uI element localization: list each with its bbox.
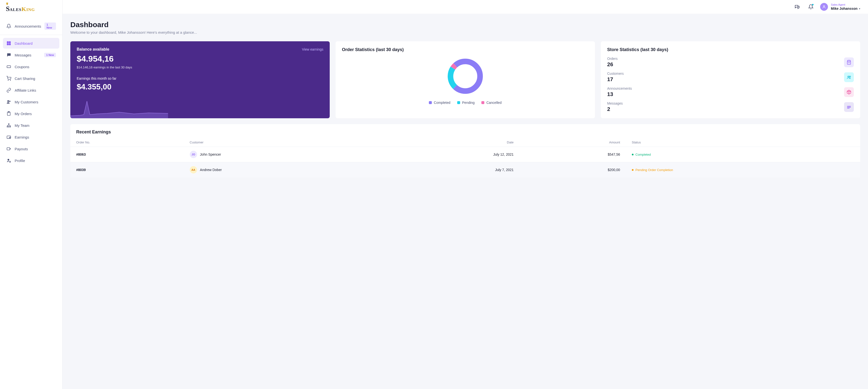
svg-point-5 — [10, 80, 11, 81]
chat-icon — [6, 53, 11, 57]
status-dot-icon — [632, 169, 633, 171]
sidebar-item-announcements[interactable]: Announcements 1 New — [3, 20, 59, 33]
lines-icon — [844, 102, 854, 112]
svg-point-18 — [823, 6, 825, 7]
svg-rect-1 — [9, 41, 11, 43]
sidebar-item-label: My Orders — [14, 112, 32, 116]
stat-row-customers: Customers 17 — [607, 71, 854, 83]
svg-rect-9 — [8, 112, 9, 112]
order-stats-title: Order Statistics (last 30 days) — [342, 47, 589, 52]
cell-order-no: #8063 — [70, 147, 184, 162]
stat-label: Messages — [607, 101, 623, 105]
sidebar-item-messages[interactable]: Messages 1 New — [3, 50, 59, 60]
page-subtitle: Welcome to your dashboard, Mike Johansso… — [70, 30, 860, 34]
order-stats-card: Order Statistics (last 30 days) Complete… — [336, 41, 595, 118]
store-stats-card: Store Statistics (last 30 days) Orders 2… — [601, 41, 860, 118]
sidebar-item-cart-sharing[interactable]: Cart Sharing — [3, 73, 59, 84]
payout-icon — [6, 146, 11, 151]
stat-value: 26 — [607, 61, 618, 68]
svg-point-7 — [9, 101, 10, 102]
col-amount: Amount — [520, 138, 626, 147]
box-icon — [844, 87, 854, 97]
cell-order-no: #8039 — [70, 162, 184, 178]
svg-point-6 — [7, 100, 9, 102]
earnings-month-label: Earnings this month so far — [77, 77, 323, 80]
wallet-icon — [6, 134, 11, 140]
sidebar-item-my-team[interactable]: My Team — [3, 120, 59, 131]
header: Sales Agent Mike Johansson ▾ — [63, 0, 868, 14]
svg-point-12 — [8, 126, 9, 127]
store-stats-title: Store Statistics (last 30 days) — [607, 47, 854, 52]
legend-completed: Completed — [429, 101, 451, 104]
legend-pending: Pending — [457, 101, 474, 104]
sidebar-item-my-customers[interactable]: My Customers — [3, 96, 59, 107]
sidebar-item-dashboard[interactable]: Dashboard — [3, 38, 59, 49]
avatar — [820, 3, 828, 11]
table-row[interactable]: #8063 JOJohn Spencer July 12, 2021 $547,… — [70, 147, 860, 162]
customer-avatar: AA — [190, 166, 197, 174]
cell-amount: $547,56 — [520, 147, 626, 162]
col-status: Status — [626, 138, 860, 147]
recent-earnings-table: Order No. Customer Date Amount Status #8… — [70, 138, 860, 177]
people-icon — [844, 72, 854, 82]
user-menu[interactable]: Sales Agent Mike Johansson ▾ — [820, 3, 860, 11]
user-role: Sales Agent — [831, 3, 860, 6]
svg-point-10 — [8, 124, 9, 124]
sidebar-item-label: Coupons — [14, 65, 29, 69]
user-info: Sales Agent Mike Johansson ▾ — [831, 3, 860, 11]
sidebar-item-coupons[interactable]: Coupons — [3, 61, 59, 72]
sidebar-item-label: Cart Sharing — [14, 77, 35, 81]
nav: Announcements 1 New Dashboard Messages 1… — [0, 18, 62, 169]
stat-value: 17 — [607, 76, 624, 83]
sidebar-item-label: Announcements — [14, 24, 41, 28]
svg-point-22 — [848, 76, 849, 77]
customer-avatar: JO — [190, 151, 197, 158]
stat-row-messages: Messages 2 — [607, 101, 854, 112]
table-row[interactable]: #8039 AAAndrew Dober July 7, 2021 $200,0… — [70, 162, 860, 178]
logo-s: S — [6, 5, 10, 13]
nav-divider — [0, 35, 62, 35]
stat-row-announcements: Announcements 13 — [607, 87, 854, 97]
bag-icon — [844, 57, 854, 67]
sidebar-item-badge: 1 New — [44, 23, 56, 30]
sidebar-item-label: Payouts — [14, 147, 28, 151]
col-date: Date — [378, 138, 520, 147]
user-name: Mike Johansson — [831, 6, 858, 11]
status-text: Completed — [636, 153, 651, 156]
earnings-month-amount: $4.355,00 — [77, 82, 323, 91]
svg-point-17 — [9, 161, 11, 162]
stat-value: 13 — [607, 91, 632, 97]
chevron-down-icon: ▾ — [859, 7, 860, 10]
chat-bubble-icon[interactable] — [793, 2, 802, 11]
svg-point-16 — [7, 159, 9, 160]
users-icon — [6, 99, 11, 104]
sidebar-item-affiliate-links[interactable]: Affiliate Links — [3, 85, 59, 95]
logo-ales: ales — [10, 6, 22, 12]
recent-earnings-card: Recent Earnings Order No. Customer Date … — [70, 124, 860, 177]
balance-label: Balance available — [77, 47, 109, 52]
sidebar-item-payouts[interactable]: Payouts — [3, 144, 59, 154]
legend-label: Pending — [462, 101, 474, 104]
cell-date: July 7, 2021 — [378, 162, 520, 178]
bell-notification-icon[interactable] — [806, 2, 815, 11]
legend-label: Cancelled — [486, 101, 501, 104]
grid-icon — [6, 41, 11, 46]
balance-amount: $4.954,16 — [77, 54, 323, 63]
logo-king: King — [22, 6, 35, 12]
stat-row-orders: Orders 26 — [607, 57, 854, 68]
view-earnings-link[interactable]: View earnings — [302, 48, 323, 51]
sidebar-item-earnings[interactable]: Earnings — [3, 132, 59, 143]
sidebar-item-my-orders[interactable]: My Orders — [3, 108, 59, 119]
svg-rect-0 — [7, 41, 9, 43]
stat-label: Customers — [607, 71, 624, 76]
customer-name: John Spencer — [200, 152, 221, 156]
sidebar-item-label: Profile — [14, 158, 25, 163]
legend-label: Completed — [434, 101, 451, 104]
svg-point-11 — [7, 126, 8, 127]
logo[interactable]: SalesKing — [0, 0, 62, 18]
col-customer: Customer — [184, 138, 378, 147]
svg-point-23 — [849, 76, 851, 77]
stat-value: 2 — [607, 106, 623, 112]
sidebar-item-profile[interactable]: Profile — [3, 155, 59, 166]
cell-date: July 12, 2021 — [378, 147, 520, 162]
